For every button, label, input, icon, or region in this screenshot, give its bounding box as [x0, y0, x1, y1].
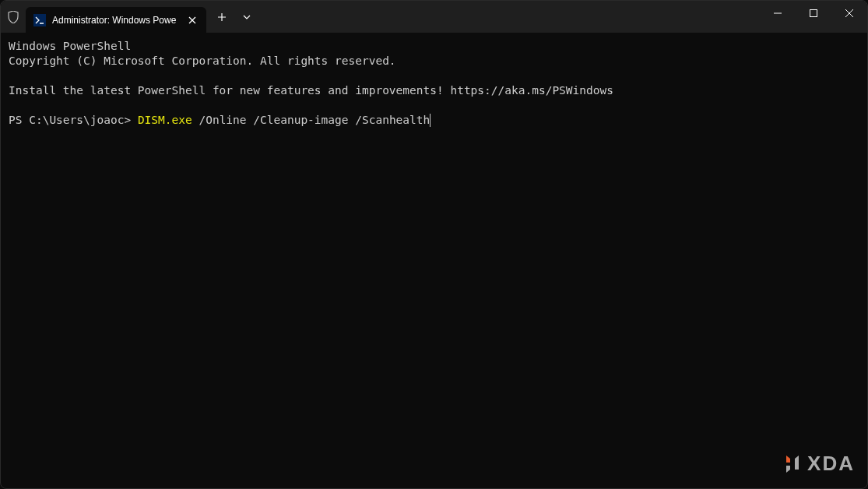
new-tab-button[interactable]: [209, 5, 234, 30]
xda-logo-icon: [784, 454, 801, 474]
prompt: PS C:\Users\joaoc>: [9, 114, 138, 126]
command-exe: DISM.exe: [138, 114, 192, 126]
minimize-button[interactable]: [760, 1, 796, 26]
admin-shield-icon: [1, 1, 26, 33]
titlebar-left: Administrator: Windows Powe: [1, 1, 259, 33]
watermark-text: XDA: [807, 452, 855, 476]
terminal-line: Install the latest PowerShell for new fe…: [9, 84, 613, 97]
window-controls: [760, 1, 867, 26]
close-button[interactable]: [831, 1, 867, 26]
titlebar: Administrator: Windows Powe: [1, 1, 867, 33]
tab-dropdown-button[interactable]: [234, 5, 259, 30]
terminal-tab[interactable]: Administrator: Windows Powe: [26, 7, 206, 33]
svg-rect-6: [810, 10, 817, 17]
command-args: /Online /Cleanup-image /Scanhealth: [192, 114, 430, 126]
maximize-button[interactable]: [796, 1, 831, 26]
watermark: XDA: [784, 452, 855, 476]
tab-title: Administrator: Windows Powe: [52, 15, 180, 26]
terminal-output[interactable]: Windows PowerShell Copyright (C) Microso…: [1, 33, 867, 134]
tab-close-button[interactable]: [186, 14, 199, 26]
terminal-line: Windows PowerShell: [9, 40, 131, 52]
cursor: [430, 114, 430, 127]
terminal-line: Copyright (C) Microsoft Corporation. All…: [9, 55, 396, 67]
tab-actions: [209, 1, 259, 33]
powershell-icon: [33, 14, 46, 26]
